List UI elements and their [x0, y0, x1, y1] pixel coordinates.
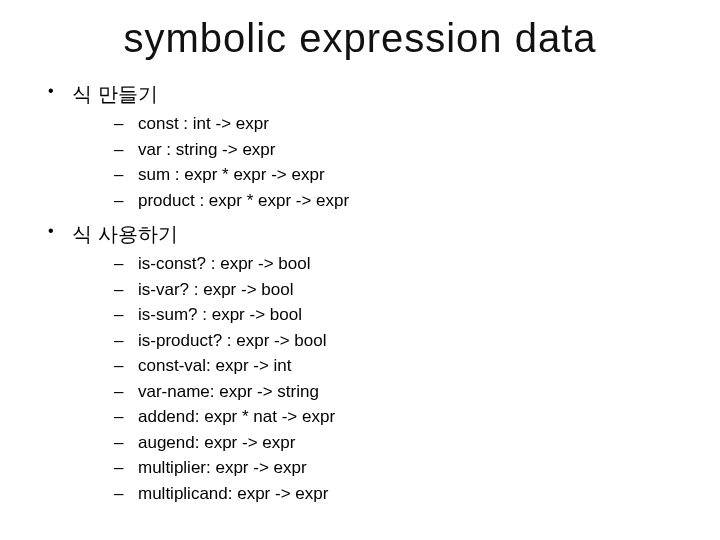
item-text: addend: expr * nat -> expr: [138, 407, 335, 426]
list-item: const-val: expr -> int: [114, 353, 720, 379]
slide: symbolic expression data 식 만들기 const : i…: [0, 0, 720, 540]
list-item: addend: expr * nat -> expr: [114, 404, 720, 430]
item-text: const : int -> expr: [138, 114, 269, 133]
list-item: var : string -> expr: [114, 137, 720, 163]
item-text: multiplicand: expr -> expr: [138, 484, 328, 503]
item-text: var-name: expr -> string: [138, 382, 319, 401]
item-text: product : expr * expr -> expr: [138, 191, 349, 210]
item-text: is-var? : expr -> bool: [138, 280, 293, 299]
list-item: multiplier: expr -> expr: [114, 455, 720, 481]
list-item: multiplicand: expr -> expr: [114, 481, 720, 507]
list-item: augend: expr -> expr: [114, 430, 720, 456]
item-text: const-val: expr -> int: [138, 356, 292, 375]
section-2-items: is-const? : expr -> bool is-var? : expr …: [72, 251, 720, 506]
list-item: const : int -> expr: [114, 111, 720, 137]
section-1-heading: 식 만들기: [72, 83, 158, 105]
section-2: 식 사용하기 is-const? : expr -> bool is-var? …: [48, 219, 720, 512]
item-text: multiplier: expr -> expr: [138, 458, 307, 477]
content-list: 식 만들기 const : int -> expr var : string -…: [0, 79, 720, 512]
item-text: augend: expr -> expr: [138, 433, 295, 452]
list-item: var-name: expr -> string: [114, 379, 720, 405]
list-item: is-const? : expr -> bool: [114, 251, 720, 277]
item-text: is-sum? : expr -> bool: [138, 305, 302, 324]
section-2-heading: 식 사용하기: [72, 223, 178, 245]
item-text: sum : expr * expr -> expr: [138, 165, 325, 184]
item-text: is-product? : expr -> bool: [138, 331, 327, 350]
section-1: 식 만들기 const : int -> expr var : string -…: [48, 79, 720, 219]
list-item: sum : expr * expr -> expr: [114, 162, 720, 188]
slide-title: symbolic expression data: [0, 16, 720, 61]
section-1-items: const : int -> expr var : string -> expr…: [72, 111, 720, 213]
list-item: is-var? : expr -> bool: [114, 277, 720, 303]
item-text: is-const? : expr -> bool: [138, 254, 310, 273]
list-item: product : expr * expr -> expr: [114, 188, 720, 214]
item-text: var : string -> expr: [138, 140, 275, 159]
list-item: is-product? : expr -> bool: [114, 328, 720, 354]
list-item: is-sum? : expr -> bool: [114, 302, 720, 328]
